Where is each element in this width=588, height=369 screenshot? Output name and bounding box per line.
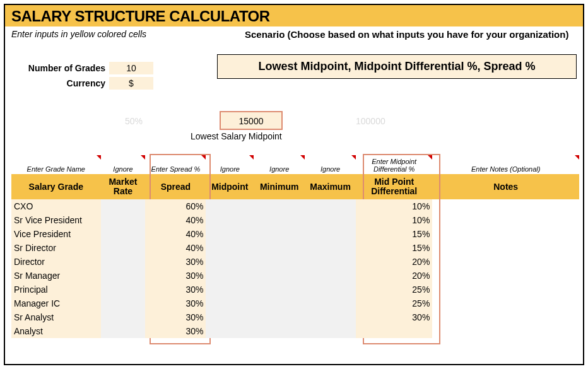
grades-input[interactable]: 10 [109,62,153,74]
inputs-block: Number of Grades 10 Currency $ [11,62,153,92]
cell-minimum [254,199,305,213]
cell-grade[interactable]: Sr Manager [11,269,101,283]
comment-indicator-icon [351,155,356,160]
cell-notes[interactable] [432,199,579,213]
cell-diff[interactable]: 10% [356,213,432,227]
cell-diff[interactable]: 15% [356,241,432,255]
comment-indicator-icon [428,155,432,160]
cell-market [101,241,146,255]
calculator-frame: SALARY STRUCTURE CALCULATOR Enter inputs… [4,4,584,365]
cell-spread[interactable]: 30% [145,283,206,296]
cell-notes[interactable] [432,241,579,255]
table-row: Analyst30% [11,324,579,338]
cell-maximum [305,255,356,269]
cell-maximum [305,324,356,338]
cell-spread[interactable]: 30% [145,324,206,338]
cell-spread[interactable]: 40% [145,213,206,227]
hint-grade: Enter Grade Name [11,155,101,174]
hint-minimum: Ignore [254,155,305,174]
cell-notes[interactable] [432,324,579,338]
cell-spread[interactable]: 30% [145,255,206,269]
cell-notes[interactable] [432,213,579,227]
cell-notes[interactable] [432,255,579,269]
hint-midpoint: Ignore [206,155,254,174]
cell-midpoint [206,199,254,213]
hdr-midpoint: Midpoint [206,174,254,199]
cell-notes[interactable] [432,269,579,283]
cell-notes[interactable] [432,310,579,324]
cell-diff[interactable]: 30% [356,310,432,324]
midpoint-row: 50% 15000 Lowest Salary Midpoint 100000 [5,111,583,138]
cell-midpoint [206,227,254,241]
cell-midpoint [206,255,254,269]
lowest-midpoint-input[interactable]: 15000 [220,111,283,130]
table-row: Manager IC30%25% [11,296,579,310]
cell-diff[interactable]: 10% [356,199,432,213]
hint-notes: Enter Notes (Optional) [432,155,579,174]
cell-notes[interactable] [432,227,579,241]
cell-notes[interactable] [432,296,579,310]
cell-grade[interactable]: Analyst [11,324,101,338]
input-instructions: Enter inputs in yellow colored cells [11,28,245,39]
cell-grade[interactable]: Sr Vice President [11,213,101,227]
cell-diff[interactable]: 25% [356,296,432,310]
cell-minimum [254,296,305,310]
cell-diff[interactable]: 20% [356,255,432,269]
currency-input[interactable]: $ [109,77,153,90]
cell-midpoint [206,213,254,227]
scenario-select[interactable]: Lowest Midpoint, Midpoint Differential %… [217,54,577,79]
cell-minimum [254,269,305,283]
cell-diff[interactable]: 15% [356,227,432,241]
cell-spread[interactable]: 30% [145,296,206,310]
table-row: Sr Vice President40%10% [11,213,579,227]
cell-midpoint [206,269,254,283]
cell-spread[interactable]: 60% [145,199,206,213]
cell-maximum [305,269,356,283]
cell-grade[interactable]: Sr Analyst [11,310,101,324]
hdr-spread: Spread [145,174,206,199]
cell-grade[interactable]: CXO [11,199,101,213]
cell-market [101,213,146,227]
cell-midpoint [206,296,254,310]
cell-diff[interactable] [356,324,432,338]
comment-indicator-icon [97,155,101,160]
grades-label: Number of Grades [11,63,109,73]
cell-diff[interactable]: 20% [356,269,432,283]
cell-maximum [305,283,356,296]
cell-minimum [254,213,305,227]
hdr-grade: Salary Grade [11,174,101,199]
cell-spread[interactable]: 40% [145,241,206,255]
cell-spread[interactable]: 30% [145,310,206,324]
cell-market [101,310,146,324]
cell-spread[interactable]: 40% [145,227,206,241]
comment-indicator-icon [249,155,254,160]
table-row: Principal30%25% [11,283,579,296]
cell-diff[interactable]: 25% [356,283,432,296]
table-row: Director30%20% [11,255,579,269]
hdr-market: Market Rate [101,174,146,199]
table-row: Sr Analyst30%30% [11,310,579,324]
cell-grade[interactable]: Manager IC [11,296,101,310]
cell-grade[interactable]: Vice President [11,227,101,241]
currency-label: Currency [11,78,109,88]
cell-grade[interactable]: Principal [11,283,101,296]
cell-grade[interactable]: Sr Director [11,241,101,255]
comment-indicator-icon [300,155,305,160]
cell-maximum [305,296,356,310]
cell-midpoint [206,283,254,296]
cell-grade[interactable]: Director [11,255,101,269]
cell-spread[interactable]: 30% [145,269,206,283]
hint-market: Ignore [101,155,146,174]
comment-indicator-icon [141,155,145,160]
ghost-value-2: 100000 [356,116,385,126]
cell-notes[interactable] [432,283,579,296]
hdr-notes: Notes [432,174,579,199]
cell-minimum [254,227,305,241]
cell-market [101,269,146,283]
cell-minimum [254,255,305,269]
hint-diff: Enter Midpoint Differential % [356,155,432,174]
table-row: Sr Manager30%20% [11,269,579,283]
hint-maximum: Ignore [305,155,356,174]
hdr-maximum: Maximum [305,174,356,199]
subhead-row: Enter inputs in yellow colored cells Sce… [5,26,583,40]
